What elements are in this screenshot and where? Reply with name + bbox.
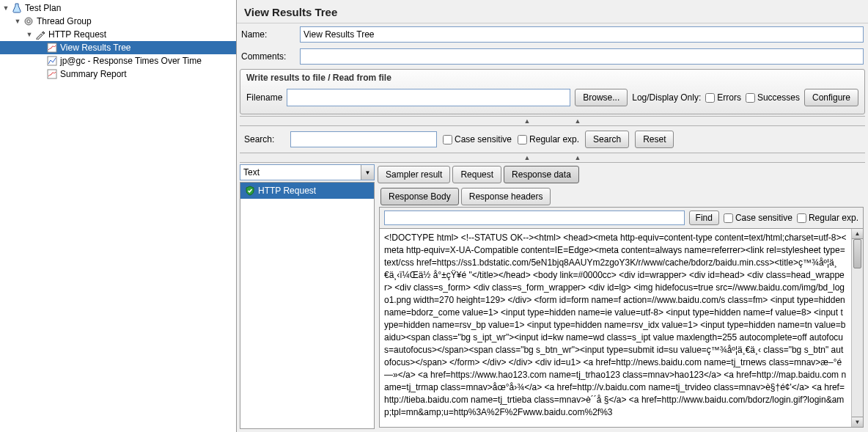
result-item[interactable]: HTTP Request: [240, 183, 374, 199]
tree-label: Test Plan: [25, 3, 61, 13]
test-tree[interactable]: ▼ Test Plan ▼ Thread Group ▼ HTTP Reques…: [0, 0, 236, 432]
tree-label: HTTP Request: [48, 29, 106, 40]
page-title: View Results Tree: [237, 0, 868, 23]
file-section-title: Write results to file / Read from file: [240, 70, 864, 86]
search-regex-checkbox[interactable]: Regular exp.: [518, 134, 579, 144]
find-button[interactable]: Find: [689, 210, 719, 225]
tab-sampler-result[interactable]: Sampler result: [378, 166, 450, 183]
sub-tabs: Response Body Response headers: [378, 185, 865, 207]
filename-input[interactable]: [287, 89, 570, 106]
tree-item-http-request[interactable]: ▼ HTTP Request: [0, 28, 236, 41]
chart-icon: [46, 42, 58, 54]
response-body-box: <!DOCTYPE html> <!--STATUS OK--><html> <…: [379, 228, 864, 428]
tree-label: View Results Tree: [60, 43, 131, 53]
success-shield-icon: [244, 185, 256, 197]
response-body-text[interactable]: <!DOCTYPE html> <!--STATUS OK--><html> <…: [380, 229, 851, 427]
logdisplay-label: Log/Display Only:: [632, 92, 701, 103]
gear-icon: [23, 15, 34, 27]
svg-point-1: [27, 20, 30, 23]
scroll-down-icon[interactable]: ▼: [852, 417, 863, 427]
tab-request[interactable]: Request: [452, 166, 501, 183]
file-section: Write results to file / Read from file F…: [240, 69, 865, 114]
chevron-down-icon: ▼: [361, 165, 374, 180]
tree-item-thread-group[interactable]: ▼ Thread Group: [0, 15, 236, 28]
search-label: Search:: [244, 134, 284, 144]
scroll-thumb[interactable]: [853, 239, 861, 268]
tab-response-body[interactable]: Response Body: [380, 188, 459, 205]
filename-label: Filename: [246, 92, 282, 103]
tree-item-test-plan[interactable]: ▼ Test Plan: [0, 1, 236, 15]
tab-response-headers[interactable]: Response headers: [461, 188, 551, 205]
vertical-scrollbar[interactable]: ▲ ▼: [851, 229, 863, 427]
triangle-up-icon: ▲: [575, 154, 581, 161]
tree-label: jp@gc - Response Times Over Time: [60, 56, 202, 66]
scroll-up-icon[interactable]: ▲: [852, 229, 863, 239]
name-label: Name:: [241, 29, 300, 40]
errors-checkbox[interactable]: Errors: [705, 92, 741, 103]
expand-toggle-icon[interactable]: ▼: [25, 31, 34, 38]
comments-input[interactable]: [300, 48, 864, 65]
triangle-up-icon: ▲: [524, 154, 531, 161]
tree-item-view-results-tree[interactable]: View Results Tree: [0, 41, 236, 54]
triangle-up-icon: ▲: [524, 117, 531, 125]
collapse-divider[interactable]: ▲▲: [240, 116, 865, 126]
combo-value: Text: [243, 167, 260, 177]
chart-icon: [46, 55, 58, 67]
collapse-divider[interactable]: ▲▲: [240, 153, 865, 163]
tree-label: Thread Group: [37, 16, 92, 26]
tree-item-summary-report[interactable]: Summary Report: [0, 67, 236, 81]
find-input[interactable]: [384, 210, 685, 225]
chart-icon: [46, 68, 58, 80]
expand-toggle-icon[interactable]: ▼: [1, 4, 10, 12]
search-case-checkbox[interactable]: Case sensitive: [443, 134, 512, 144]
configure-button[interactable]: Configure: [804, 89, 858, 106]
search-input[interactable]: [290, 131, 437, 147]
search-button[interactable]: Search: [585, 131, 629, 148]
tab-response-data[interactable]: Response data: [504, 166, 579, 183]
browse-button[interactable]: Browse...: [575, 89, 628, 106]
find-regex-checkbox[interactable]: Regular exp.: [797, 213, 858, 223]
renderer-combo[interactable]: Text ▼: [240, 164, 375, 180]
successes-checkbox[interactable]: Successes: [746, 92, 800, 103]
pipette-icon: [34, 29, 46, 40]
tree-item-response-times[interactable]: jp@gc - Response Times Over Time: [0, 54, 236, 67]
expand-toggle-icon[interactable]: ▼: [13, 18, 22, 25]
comments-label: Comments:: [241, 51, 300, 62]
tree-label: Summary Report: [60, 69, 127, 79]
find-case-checkbox[interactable]: Case sensitive: [724, 213, 792, 223]
flask-icon: [11, 2, 23, 14]
svg-rect-3: [48, 56, 56, 65]
result-label: HTTP Request: [258, 186, 316, 196]
triangle-up-icon: ▲: [575, 117, 581, 125]
results-list[interactable]: HTTP Request: [240, 182, 375, 429]
main-tabs: Sampler result Request Response data: [378, 164, 865, 185]
reset-button[interactable]: Reset: [635, 131, 674, 148]
name-input[interactable]: [300, 26, 864, 43]
